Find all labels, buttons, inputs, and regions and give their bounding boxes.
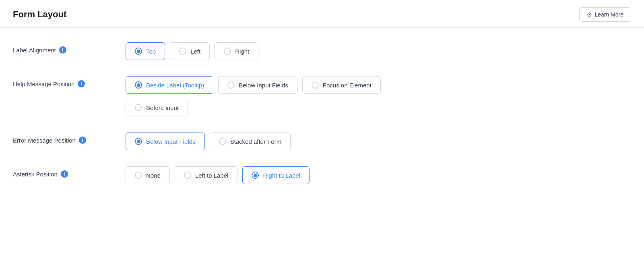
- radio-right: [224, 48, 231, 55]
- help-message-options-row2: Before input: [126, 99, 188, 116]
- asterisk-position-options: None Left to Label Right to Label: [126, 166, 310, 184]
- radio-error-below-input: [135, 138, 142, 145]
- error-message-row: Error Message Position i Below Input Fie…: [13, 133, 631, 150]
- error-option-below-input[interactable]: Below Input Fields: [126, 133, 205, 150]
- error-message-info-icon[interactable]: i: [79, 137, 86, 144]
- asterisk-option-left-to-label[interactable]: Left to Label: [175, 166, 238, 184]
- radio-stacked-after: [219, 138, 226, 145]
- label-alignment-info-icon[interactable]: i: [59, 46, 66, 54]
- label-right: Right: [235, 48, 249, 55]
- radio-top: [135, 48, 142, 55]
- learn-more-label: Learn More: [594, 11, 623, 18]
- asterisk-option-right-to-label[interactable]: Right to Label: [242, 166, 310, 184]
- asterisk-position-label: Asterisk Position i: [13, 166, 126, 178]
- label-focus-on-element: Focus on Element: [323, 82, 372, 89]
- label-alignment-row: Label Alignment i Top Left Right: [13, 42, 631, 60]
- help-message-options-row1: Beside Label (Tooltip) Below Input Field…: [126, 76, 448, 94]
- page-header: Form Layout ⊙ Learn More: [0, 0, 644, 28]
- radio-left: [179, 48, 186, 55]
- label-left-to-label: Left to Label: [195, 172, 229, 179]
- label-alignment-option-right[interactable]: Right: [215, 42, 258, 60]
- radio-beside-label: [135, 81, 142, 89]
- label-beside-label: Beside Label (Tooltip): [146, 82, 204, 89]
- radio-focus-on-element: [312, 81, 319, 89]
- label-right-to-label: Right to Label: [263, 172, 300, 179]
- radio-before-input: [135, 104, 142, 111]
- label-alignment-label: Label Alignment i: [13, 42, 126, 54]
- radio-none: [135, 172, 142, 179]
- help-message-row: Help Message Position i Beside Label (To…: [13, 76, 631, 116]
- form-layout-content: Label Alignment i Top Left Right Help Me…: [0, 28, 644, 199]
- label-before-input: Before input: [146, 104, 179, 111]
- help-option-below-input[interactable]: Below Input Fields: [218, 76, 297, 94]
- error-message-options: Below Input Fields Stacked after Form: [126, 133, 291, 150]
- help-option-focus-on-element[interactable]: Focus on Element: [302, 76, 381, 94]
- help-option-beside-label[interactable]: Beside Label (Tooltip): [126, 76, 213, 94]
- page-title: Form Layout: [13, 9, 66, 20]
- error-message-label: Error Message Position i: [13, 133, 126, 144]
- help-message-info-icon[interactable]: i: [78, 80, 85, 87]
- radio-below-input-help: [227, 81, 235, 89]
- label-none: None: [146, 172, 161, 179]
- label-alignment-option-left[interactable]: Left: [170, 42, 210, 60]
- asterisk-position-row: Asterisk Position i None Left to Label R…: [13, 166, 631, 184]
- label-left: Left: [190, 48, 200, 55]
- help-option-before-input[interactable]: Before input: [126, 99, 188, 116]
- learn-more-icon: ⊙: [587, 11, 592, 18]
- label-stacked-after: Stacked after Form: [230, 138, 282, 145]
- label-below-input-help: Below Input Fields: [239, 82, 288, 89]
- radio-right-to-label: [252, 172, 259, 179]
- label-alignment-option-top[interactable]: Top: [126, 42, 165, 60]
- asterisk-position-info-icon[interactable]: i: [61, 170, 68, 178]
- label-alignment-options: Top Left Right: [126, 42, 258, 60]
- error-option-stacked-after[interactable]: Stacked after Form: [210, 133, 291, 150]
- learn-more-button[interactable]: ⊙ Learn More: [579, 7, 631, 22]
- radio-left-to-label: [184, 172, 191, 179]
- asterisk-option-none[interactable]: None: [126, 166, 170, 184]
- label-top: Top: [146, 48, 156, 55]
- label-error-below-input: Below Input Fields: [146, 138, 196, 145]
- help-message-label: Help Message Position i: [13, 76, 126, 87]
- help-message-options: Beside Label (Tooltip) Below Input Field…: [126, 76, 448, 116]
